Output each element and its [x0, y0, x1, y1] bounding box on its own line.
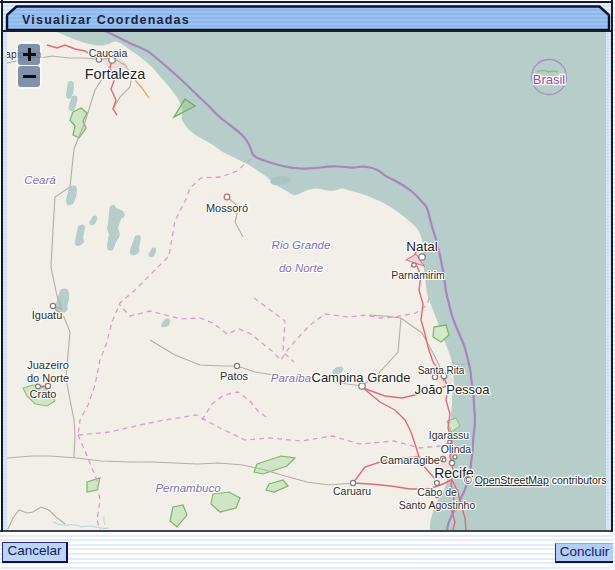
svg-text:Natal: Natal — [406, 239, 438, 254]
svg-text:Parnamirim: Parnamirim — [391, 269, 445, 281]
svg-text:Fortaleza: Fortaleza — [85, 66, 146, 82]
svg-text:Santa Rita: Santa Rita — [418, 365, 465, 376]
svg-text:Camaragibe: Camaragibe — [380, 454, 440, 466]
svg-text:Cabo de: Cabo de — [417, 486, 457, 498]
svg-text:João Pessoa: João Pessoa — [414, 382, 490, 397]
svg-text:Patos: Patos — [220, 370, 249, 382]
svg-text:© OpenStreetMap contributors: © OpenStreetMap contributors — [464, 474, 606, 486]
svg-text:Brasil: Brasil — [533, 72, 566, 87]
svg-text:Ceará: Ceará — [24, 174, 56, 186]
svg-text:Santo Agostinho: Santo Agostinho — [399, 499, 476, 511]
svg-text:Rio Grande: Rio Grande — [272, 239, 331, 251]
svg-text:do Norte: do Norte — [27, 372, 69, 384]
svg-text:do Norte: do Norte — [279, 262, 323, 274]
svg-text:Paraíba: Paraíba — [271, 372, 311, 384]
svg-text:Juazeiro: Juazeiro — [27, 359, 69, 371]
svg-text:Mossoró: Mossoró — [206, 202, 248, 214]
svg-text:Campina Grande: Campina Grande — [312, 370, 411, 385]
svg-text:Caruaru: Caruaru — [333, 485, 371, 497]
svg-text:Pernambuco: Pernambuco — [155, 482, 221, 494]
svg-text:Igarassu: Igarassu — [429, 429, 469, 441]
svg-text:Crato: Crato — [30, 388, 57, 400]
svg-text:Caucaia: Caucaia — [89, 47, 128, 59]
svg-text:Iguatu: Iguatu — [32, 309, 63, 321]
svg-text:Olinda: Olinda — [441, 443, 472, 455]
